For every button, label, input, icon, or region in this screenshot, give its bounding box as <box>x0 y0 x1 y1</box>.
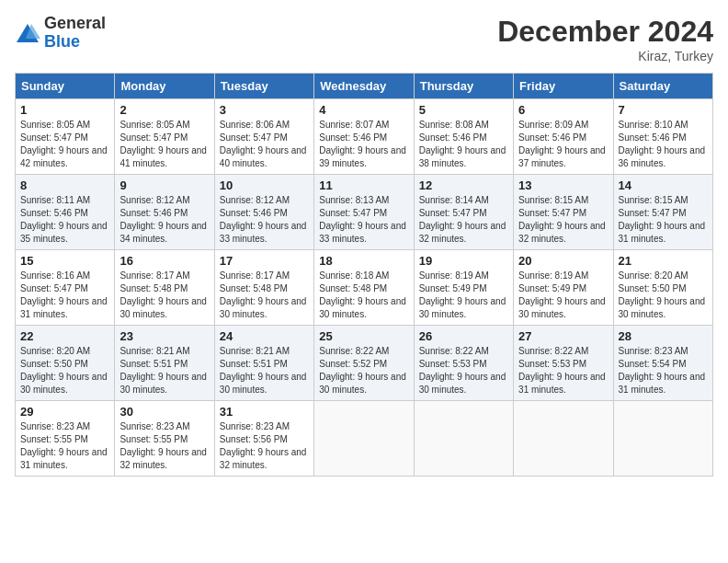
day-number: 14 <box>619 178 708 192</box>
calendar-week-row: 8Sunrise: 8:11 AMSunset: 5:46 PMDaylight… <box>16 175 713 250</box>
calendar-cell: 8Sunrise: 8:11 AMSunset: 5:46 PMDaylight… <box>16 175 115 250</box>
day-number: 12 <box>419 178 508 192</box>
calendar-cell: 23Sunrise: 8:21 AMSunset: 5:51 PMDayligh… <box>115 326 214 401</box>
day-info: Sunrise: 8:15 AMSunset: 5:47 PMDaylight:… <box>619 194 708 246</box>
weekday-header: Thursday <box>414 74 513 99</box>
day-number: 23 <box>119 329 209 343</box>
day-number: 30 <box>119 405 209 419</box>
calendar-cell: 31Sunrise: 8:23 AMSunset: 5:56 PMDayligh… <box>214 401 313 477</box>
day-info: Sunrise: 8:12 AMSunset: 5:46 PMDaylight:… <box>220 194 309 246</box>
calendar-cell: 15Sunrise: 8:16 AMSunset: 5:47 PMDayligh… <box>16 250 115 326</box>
day-info: Sunrise: 8:21 AMSunset: 5:51 PMDaylight:… <box>220 345 309 396</box>
calendar-cell: 26Sunrise: 8:22 AMSunset: 5:53 PMDayligh… <box>414 326 513 401</box>
weekday-header: Sunday <box>16 74 115 99</box>
calendar-cell <box>314 401 414 477</box>
day-info: Sunrise: 8:12 AMSunset: 5:46 PMDaylight:… <box>119 194 209 246</box>
calendar-cell: 9Sunrise: 8:12 AMSunset: 5:46 PMDaylight… <box>115 175 214 250</box>
calendar-cell: 4Sunrise: 8:07 AMSunset: 5:46 PMDaylight… <box>314 99 414 175</box>
logo-icon <box>15 20 40 46</box>
weekday-header: Monday <box>115 74 214 99</box>
weekday-header: Tuesday <box>214 74 313 99</box>
calendar-cell: 14Sunrise: 8:15 AMSunset: 5:47 PMDayligh… <box>613 175 712 250</box>
calendar-table: SundayMondayTuesdayWednesdayThursdayFrid… <box>15 73 713 477</box>
calendar-cell: 10Sunrise: 8:12 AMSunset: 5:46 PMDayligh… <box>214 175 313 250</box>
day-number: 1 <box>20 103 109 117</box>
calendar-cell: 29Sunrise: 8:23 AMSunset: 5:55 PMDayligh… <box>16 401 115 477</box>
day-info: Sunrise: 8:07 AMSunset: 5:46 PMDaylight:… <box>319 119 408 170</box>
logo-blue: Blue <box>44 33 106 52</box>
calendar-cell: 28Sunrise: 8:23 AMSunset: 5:54 PMDayligh… <box>613 326 712 401</box>
month-title: December 2024 <box>497 15 713 49</box>
day-info: Sunrise: 8:06 AMSunset: 5:47 PMDaylight:… <box>220 119 309 170</box>
day-number: 11 <box>319 178 408 192</box>
day-info: Sunrise: 8:16 AMSunset: 5:47 PMDaylight:… <box>20 270 109 321</box>
calendar-week-row: 15Sunrise: 8:16 AMSunset: 5:47 PMDayligh… <box>16 250 713 326</box>
calendar-cell: 16Sunrise: 8:17 AMSunset: 5:48 PMDayligh… <box>115 250 214 326</box>
calendar-cell: 7Sunrise: 8:10 AMSunset: 5:46 PMDaylight… <box>613 99 712 175</box>
day-info: Sunrise: 8:19 AMSunset: 5:49 PMDaylight:… <box>419 270 508 321</box>
location: Kiraz, Turkey <box>497 49 713 63</box>
day-info: Sunrise: 8:15 AMSunset: 5:47 PMDaylight:… <box>518 194 608 246</box>
day-info: Sunrise: 8:17 AMSunset: 5:48 PMDaylight:… <box>220 270 309 321</box>
calendar-week-row: 22Sunrise: 8:20 AMSunset: 5:50 PMDayligh… <box>16 326 713 401</box>
day-number: 22 <box>20 329 109 343</box>
day-number: 29 <box>20 405 109 419</box>
day-number: 16 <box>119 254 209 268</box>
day-info: Sunrise: 8:22 AMSunset: 5:53 PMDaylight:… <box>419 345 508 396</box>
logo-general: General <box>44 15 106 33</box>
calendar-cell: 30Sunrise: 8:23 AMSunset: 5:55 PMDayligh… <box>115 401 214 477</box>
day-info: Sunrise: 8:20 AMSunset: 5:50 PMDaylight:… <box>619 270 708 321</box>
day-number: 27 <box>518 329 608 343</box>
calendar-header-row: SundayMondayTuesdayWednesdayThursdayFrid… <box>16 74 713 99</box>
page-header: General Blue December 2024 Kiraz, Turkey <box>15 15 713 63</box>
day-info: Sunrise: 8:21 AMSunset: 5:51 PMDaylight:… <box>119 345 209 396</box>
day-number: 7 <box>619 103 708 117</box>
calendar-cell: 17Sunrise: 8:17 AMSunset: 5:48 PMDayligh… <box>214 250 313 326</box>
day-info: Sunrise: 8:22 AMSunset: 5:52 PMDaylight:… <box>319 345 408 396</box>
day-number: 18 <box>319 254 408 268</box>
day-number: 21 <box>619 254 708 268</box>
day-number: 4 <box>319 103 408 117</box>
day-info: Sunrise: 8:23 AMSunset: 5:54 PMDaylight:… <box>619 345 708 396</box>
day-number: 25 <box>319 329 408 343</box>
day-number: 10 <box>220 178 309 192</box>
day-info: Sunrise: 8:23 AMSunset: 5:55 PMDaylight:… <box>119 420 209 472</box>
day-info: Sunrise: 8:11 AMSunset: 5:46 PMDaylight:… <box>20 194 109 246</box>
day-number: 31 <box>220 405 309 419</box>
day-number: 5 <box>419 103 508 117</box>
calendar-cell: 19Sunrise: 8:19 AMSunset: 5:49 PMDayligh… <box>414 250 513 326</box>
day-info: Sunrise: 8:23 AMSunset: 5:56 PMDaylight:… <box>220 420 309 472</box>
calendar-cell <box>514 401 613 477</box>
calendar-cell: 13Sunrise: 8:15 AMSunset: 5:47 PMDayligh… <box>514 175 613 250</box>
weekday-header: Saturday <box>613 74 712 99</box>
calendar-cell: 2Sunrise: 8:05 AMSunset: 5:47 PMDaylight… <box>115 99 214 175</box>
calendar-cell: 5Sunrise: 8:08 AMSunset: 5:46 PMDaylight… <box>414 99 513 175</box>
day-number: 20 <box>518 254 608 268</box>
day-number: 9 <box>119 178 209 192</box>
day-info: Sunrise: 8:10 AMSunset: 5:46 PMDaylight:… <box>619 119 708 170</box>
day-info: Sunrise: 8:23 AMSunset: 5:55 PMDaylight:… <box>20 420 109 472</box>
calendar-cell: 11Sunrise: 8:13 AMSunset: 5:47 PMDayligh… <box>314 175 414 250</box>
calendar-cell: 20Sunrise: 8:19 AMSunset: 5:49 PMDayligh… <box>514 250 613 326</box>
day-number: 17 <box>220 254 309 268</box>
calendar-cell: 3Sunrise: 8:06 AMSunset: 5:47 PMDaylight… <box>214 99 313 175</box>
day-number: 24 <box>220 329 309 343</box>
day-info: Sunrise: 8:05 AMSunset: 5:47 PMDaylight:… <box>119 119 209 170</box>
calendar-cell <box>613 401 712 477</box>
day-number: 19 <box>419 254 508 268</box>
day-info: Sunrise: 8:14 AMSunset: 5:47 PMDaylight:… <box>419 194 508 246</box>
calendar-week-row: 1Sunrise: 8:05 AMSunset: 5:47 PMDaylight… <box>16 99 713 175</box>
day-info: Sunrise: 8:18 AMSunset: 5:48 PMDaylight:… <box>319 270 408 321</box>
calendar-cell: 27Sunrise: 8:22 AMSunset: 5:53 PMDayligh… <box>514 326 613 401</box>
day-number: 26 <box>419 329 508 343</box>
calendar-cell: 24Sunrise: 8:21 AMSunset: 5:51 PMDayligh… <box>214 326 313 401</box>
logo-text: General Blue <box>44 15 106 52</box>
day-info: Sunrise: 8:17 AMSunset: 5:48 PMDaylight:… <box>119 270 209 321</box>
day-info: Sunrise: 8:05 AMSunset: 5:47 PMDaylight:… <box>20 119 109 170</box>
day-number: 28 <box>619 329 708 343</box>
day-number: 6 <box>518 103 608 117</box>
day-number: 3 <box>220 103 309 117</box>
calendar-cell: 22Sunrise: 8:20 AMSunset: 5:50 PMDayligh… <box>16 326 115 401</box>
calendar-cell <box>414 401 513 477</box>
day-number: 8 <box>20 178 109 192</box>
